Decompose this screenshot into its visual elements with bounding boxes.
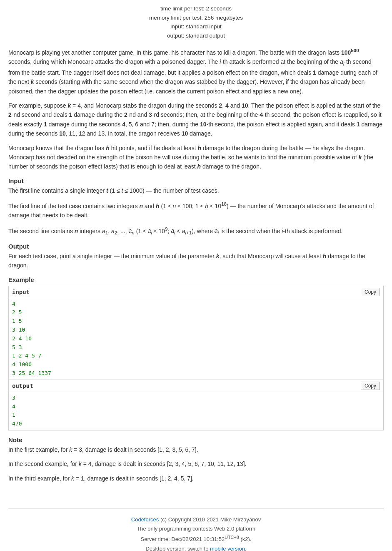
output-type: output: standard output — [8, 31, 384, 40]
note-paragraph-1: In the first example, for k = 3, damage … — [8, 445, 384, 454]
input-paragraph-1: The first line contains a single integer… — [8, 186, 384, 195]
note-title: Note — [8, 436, 384, 443]
copy-input-button[interactable]: Copy — [361, 288, 380, 296]
example-output-block: output Copy 3 4 1 470 — [8, 380, 384, 430]
example-section: Example input Copy 4 2 5 1 5 3 10 2 4 10… — [8, 276, 384, 430]
output-title: Output — [8, 243, 384, 250]
footer-server-time: Server time: Dec/02/2021 10:31:52UTC+8 (… — [8, 533, 384, 544]
problem-paragraph-3: Monocarp knows that the dragon has h hit… — [8, 143, 384, 171]
problem-paragraph-1: Monocarp is playing yet another computer… — [8, 47, 384, 96]
example-output-header: output Copy — [9, 380, 383, 392]
problem-meta: time limit per test: 2 seconds memory li… — [8, 4, 384, 40]
example-title: Example — [8, 276, 384, 283]
copy-output-button[interactable]: Copy — [361, 382, 380, 390]
footer-platform: The only programming contests Web 2.0 pl… — [8, 524, 384, 533]
problem-paragraph-2: For example, suppose k = 4, and Monocarp… — [8, 101, 384, 138]
note-paragraph-3: In the third example, for k = 1, damage … — [8, 474, 384, 483]
example-output-content: 3 4 1 470 — [9, 392, 383, 430]
time-limit: time limit per test: 2 seconds — [8, 4, 384, 13]
footer-server-time-text: Server time: Dec/02/2021 10:31:52 — [141, 536, 225, 543]
footer-k2: (k2). — [239, 536, 252, 543]
input-type: input: standard input — [8, 22, 384, 31]
example-input-content: 4 2 5 1 5 3 10 2 4 10 5 3 1 2 4 5 7 4 10… — [9, 298, 383, 380]
codeforces-link[interactable]: Codeforces — [131, 516, 159, 523]
footer-timezone: UTC+8 — [225, 535, 239, 540]
input-paragraph-2: The first line of the test case contains… — [8, 200, 384, 220]
output-paragraph-1: For each test case, print a single integ… — [8, 252, 384, 270]
note-paragraph-2: In the second example, for k = 4, damage… — [8, 459, 384, 468]
input-title: Input — [8, 177, 384, 184]
example-input-label: input — [12, 289, 30, 295]
footer-desktop-text: Desktop version, switch to mobile versio… — [8, 544, 384, 551]
mobile-version-link[interactable]: mobile version — [210, 546, 245, 551]
example-input-block: input Copy 4 2 5 1 5 3 10 2 4 10 5 3 1 2… — [8, 286, 384, 380]
footer-copyright-text: (c) Copyright 2010-2021 Mike Mirzayanov — [160, 516, 261, 523]
note-section: Note In the first example, for k = 3, da… — [8, 436, 384, 483]
footer-copyright: Codeforces (c) Copyright 2010-2021 Mike … — [8, 515, 384, 524]
footer: Codeforces (c) Copyright 2010-2021 Mike … — [8, 508, 384, 551]
example-output-label: output — [12, 382, 33, 389]
input-paragraph-3: The second line contains n integers a1, … — [8, 225, 384, 237]
memory-limit: memory limit per test: 256 megabytes — [8, 13, 384, 23]
example-input-header: input Copy — [9, 286, 383, 298]
